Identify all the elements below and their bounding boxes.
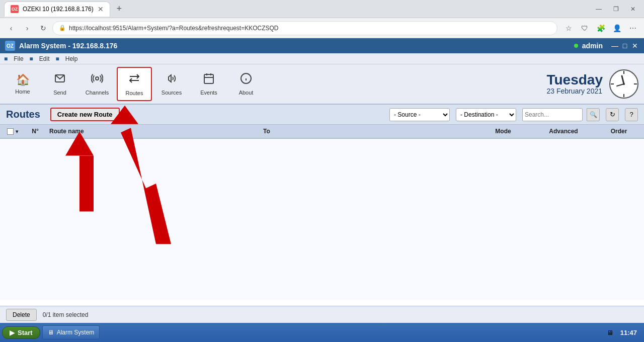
- toolbar-channels-button[interactable]: Channels: [79, 67, 115, 101]
- about-label: About: [239, 90, 254, 96]
- app-logo: OZ: [5, 41, 15, 51]
- select-all-arrow[interactable]: ▾: [16, 129, 18, 134]
- destination-filter-select[interactable]: - Destination -: [456, 108, 516, 121]
- taskbar-app-label: Alarm System: [57, 329, 95, 336]
- toolbar-events-button[interactable]: Events: [191, 67, 226, 101]
- app-header-left: OZ Alarm System - 192.168.8.176: [5, 41, 574, 51]
- bookmark-icon[interactable]: ☆: [561, 21, 576, 35]
- browser-controls: ‹ › ↻ 🔒 https://localhost:9515/Alarm+Sys…: [0, 18, 644, 38]
- home-label: Home: [15, 89, 30, 95]
- toolbar-send-button[interactable]: Send: [42, 67, 77, 101]
- taskbar-app-icon: 🖥: [48, 329, 54, 336]
- table-header: ▾ N° Route name To Mode Advanced Order: [0, 125, 644, 139]
- routes-bar: Routes Create new Route - Source - - Des…: [0, 105, 644, 125]
- clock-time: 11:47: [620, 329, 637, 336]
- bottom-bar: Delete 0/1 item selected: [0, 306, 644, 323]
- menu-item-edit[interactable]: Edit: [39, 55, 50, 62]
- taskbar-alarm-system[interactable]: 🖥 Alarm System: [42, 325, 100, 339]
- events-icon: [203, 72, 215, 88]
- col-order: Order: [594, 128, 644, 135]
- app-header-right: admin — □ ✕: [574, 42, 639, 50]
- browser-title-bar: OZ OZEKI 10 (192.168.8.176) ✕ + — ❐ ✕: [0, 0, 644, 18]
- admin-status-dot: [574, 44, 578, 48]
- select-all-checkbox[interactable]: [7, 128, 14, 135]
- extensions-icon[interactable]: 🧩: [594, 21, 608, 35]
- channels-icon: [91, 72, 103, 88]
- search-button[interactable]: 🔍: [587, 108, 600, 121]
- admin-label: admin: [582, 42, 603, 50]
- tab-favicon: OZ: [11, 5, 19, 13]
- app-title: Alarm System - 192.168.8.176: [19, 42, 117, 50]
- menu-dot-file: ■: [4, 55, 8, 62]
- clock-day: Tuesday: [546, 73, 603, 87]
- help-button[interactable]: ?: [625, 108, 638, 121]
- analog-clock: [609, 69, 639, 99]
- channels-label: Channels: [86, 90, 109, 96]
- app-minimize-button[interactable]: —: [611, 42, 619, 50]
- monitor-icon: 🖥: [607, 329, 613, 336]
- browser-close-button[interactable]: ✕: [626, 2, 640, 16]
- toolbar-buttons: 🏠 Home Send Channe: [5, 67, 546, 101]
- routes-icon: [128, 72, 141, 88]
- address-bar[interactable]: 🔒 https://localhost:9515/Alarm+System/?a…: [52, 21, 557, 35]
- home-icon: 🏠: [16, 73, 30, 87]
- col-number: N°: [25, 128, 45, 135]
- browser-right-icons: ☆ 🛡 🧩 👤 ⋯: [561, 21, 640, 35]
- taskbar-system-tray: 🖥: [607, 329, 613, 336]
- refresh-list-button[interactable]: ↻: [606, 108, 619, 121]
- menu-item-help[interactable]: Help: [65, 55, 78, 62]
- about-icon: [240, 72, 252, 88]
- source-filter-select[interactable]: - Source -: [389, 108, 450, 121]
- browser-tab[interactable]: OZ OZEKI 10 (192.168.8.176) ✕: [4, 2, 110, 17]
- svg-point-19: [623, 83, 625, 85]
- send-label: Send: [53, 90, 66, 96]
- menu-bar: ■ File ■ Edit ■ Help: [0, 53, 644, 64]
- events-label: Events: [200, 90, 217, 96]
- toolbar: 🏠 Home Send Channe: [0, 64, 644, 105]
- menu-dot-edit: ■: [30, 55, 33, 62]
- col-route-name: Route name: [45, 128, 259, 135]
- svg-rect-5: [204, 74, 213, 83]
- tab-close-button[interactable]: ✕: [98, 5, 104, 13]
- clock-date: 23 February 2021: [546, 87, 603, 95]
- toolbar-home-button[interactable]: 🏠 Home: [5, 67, 40, 101]
- start-icon: ▶: [10, 329, 15, 336]
- tab-title: OZEKI 10 (192.168.8.176): [23, 6, 94, 13]
- back-button[interactable]: ‹: [4, 21, 18, 35]
- table-body: [0, 139, 644, 300]
- toolbar-sources-button[interactable]: Sources: [154, 67, 189, 101]
- svg-point-1: [96, 77, 99, 80]
- start-label: Start: [18, 329, 33, 336]
- delete-button[interactable]: Delete: [6, 309, 37, 321]
- refresh-button[interactable]: ↻: [36, 21, 50, 35]
- start-button[interactable]: ▶ Start: [2, 326, 40, 339]
- menu-dot-help: ■: [56, 55, 59, 62]
- app-header: OZ Alarm System - 192.168.8.176 admin — …: [0, 38, 644, 53]
- browser-minimize-button[interactable]: —: [592, 2, 606, 16]
- toolbar-about-button[interactable]: About: [228, 67, 264, 101]
- search-input[interactable]: [522, 108, 583, 121]
- main-area: Routes Create new Route - Source - - Des…: [0, 105, 644, 300]
- taskbar: ▶ Start 🖥 Alarm System 🖥 11:47: [0, 323, 644, 342]
- app-maximize-button[interactable]: □: [621, 42, 629, 50]
- menu-icon[interactable]: ⋯: [626, 21, 640, 35]
- col-advanced: Advanced: [533, 128, 594, 135]
- create-route-button[interactable]: Create new Route: [50, 108, 120, 121]
- toolbar-routes-button[interactable]: Routes: [117, 67, 152, 101]
- profile-icon[interactable]: 👤: [610, 21, 624, 35]
- app-close-button[interactable]: ✕: [631, 42, 639, 50]
- clock-area: Tuesday 23 February 2021: [546, 69, 639, 99]
- app-window-buttons: — □ ✕: [611, 42, 639, 50]
- sources-label: Sources: [162, 90, 182, 96]
- new-tab-button[interactable]: +: [112, 2, 126, 16]
- menu-item-file[interactable]: File: [14, 55, 23, 62]
- col-to: To: [259, 128, 473, 135]
- forward-button[interactable]: ›: [20, 21, 34, 35]
- svg-marker-4: [169, 75, 171, 82]
- routes-title: Routes: [6, 109, 40, 120]
- selected-count-text: 0/1 item selected: [43, 311, 89, 318]
- col-mode: Mode: [473, 128, 533, 135]
- shield-icon[interactable]: 🛡: [578, 21, 592, 35]
- taskbar-clock: 11:47: [615, 329, 642, 336]
- browser-maximize-button[interactable]: ❐: [609, 2, 623, 16]
